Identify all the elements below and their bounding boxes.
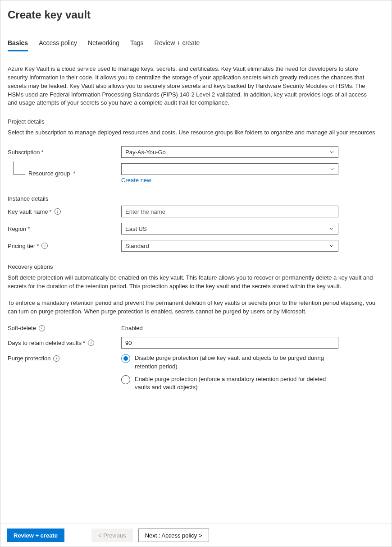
info-icon[interactable]: i [41,243,48,249]
resource-group-select[interactable] [121,163,338,175]
subscription-value: Pay-As-You-Go [125,149,166,156]
chevron-down-icon [329,243,334,248]
radio-icon [121,375,130,384]
info-icon[interactable]: i [39,325,45,331]
region-select[interactable]: East US [121,223,338,234]
region-value: East US [125,225,147,232]
key-vault-name-input[interactable] [121,206,338,217]
days-retain-label: Days to retain deleted vaults [8,340,82,346]
required-marker: * [41,149,44,156]
next-button[interactable]: Next : Access policy > [138,529,209,542]
tab-review-create[interactable]: Review + create [155,39,200,51]
section-header-instance-details: Instance details [8,195,384,202]
tab-access-policy[interactable]: Access policy [39,39,77,51]
required-marker: * [36,243,39,249]
purge-enable-radio[interactable]: Enable purge protection (enforce a manda… [121,375,338,391]
purge-disable-radio[interactable]: Disable purge protection (allow key vaul… [121,354,338,370]
subscription-label: Subscription [8,149,40,156]
required-marker: * [83,340,85,346]
chevron-down-icon [329,166,334,172]
section-subtext-project-details: Select the subscription to manage deploy… [8,129,377,137]
subscription-select[interactable]: Pay-As-You-Go [121,146,338,158]
section-header-project-details: Project details [8,118,384,125]
pricing-tier-value: Standard [125,243,149,249]
recovery-text-1: Soft delete protection will automaticall… [8,274,377,291]
pricing-tier-label: Pricing tier [8,243,35,249]
required-marker: * [50,208,52,215]
radio-icon [121,354,130,363]
region-label: Region [8,225,26,232]
tab-bar: Basics Access policy Networking Tags Rev… [8,39,384,51]
intro-text: Azure Key Vault is a cloud service used … [8,65,377,107]
info-icon[interactable]: i [53,355,59,362]
pricing-tier-select[interactable]: Standard [121,240,338,252]
create-new-link[interactable]: Create new [121,177,151,184]
purge-disable-label: Disable purge protection (allow key vaul… [135,354,333,370]
info-icon[interactable]: i [88,340,94,346]
section-header-recovery: Recovery options [8,263,384,270]
tree-indent-icon [9,168,28,179]
review-create-button[interactable]: Review + create [7,529,64,542]
recovery-text-2: To enforce a mandatory retention period … [8,299,377,316]
required-marker: * [73,170,75,177]
tab-tags[interactable]: Tags [130,39,144,51]
soft-delete-value: Enabled [121,325,143,331]
chevron-down-icon [329,226,334,231]
tab-networking[interactable]: Networking [88,39,119,51]
previous-button: < Previous [91,529,133,542]
purge-enable-label: Enable purge protection (enforce a manda… [135,375,333,391]
tab-basics[interactable]: Basics [8,39,28,51]
purge-protection-label: Purge protection [8,355,50,362]
chevron-down-icon [329,149,334,155]
resource-group-label: Resource group [28,170,70,177]
page-title: Create key vault [8,9,384,21]
soft-delete-label: Soft-delete [8,325,36,331]
info-icon[interactable]: i [55,208,61,215]
footer-bar: Review + create < Previous Next : Access… [0,524,392,547]
required-marker: * [27,225,30,232]
key-vault-name-label: Key vault name [8,208,48,215]
days-retain-input[interactable] [121,337,338,349]
